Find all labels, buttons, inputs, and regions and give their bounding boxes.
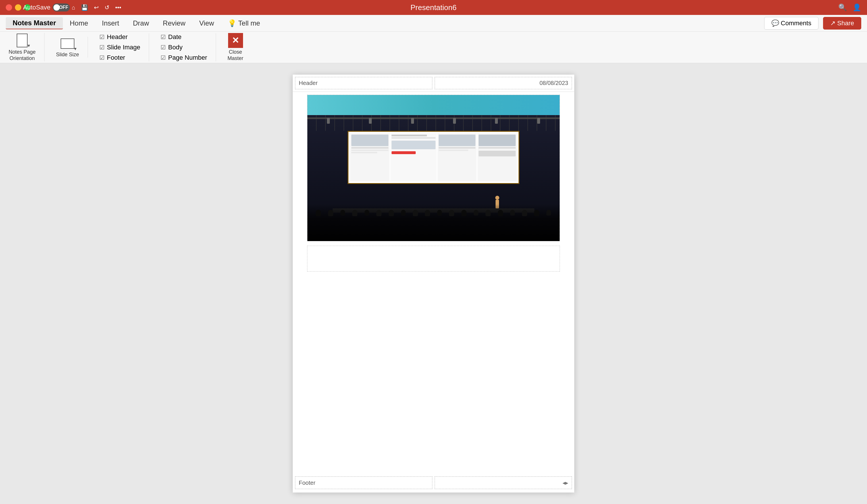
checkbox-date[interactable]: ☑ Date (161, 33, 207, 41)
tell-me[interactable]: 💡 Tell me (221, 18, 267, 29)
checkbox-page-number[interactable]: ☑ Page Number (161, 54, 207, 62)
date-checkbox-icon: ☑ (161, 34, 166, 41)
toolbar: ▼ Notes PageOrientation ▼ Slide Size ☑ H… (0, 32, 867, 63)
checkbox-footer[interactable]: ☑ Footer (99, 54, 140, 62)
comments-button[interactable]: 💬 Comments (764, 17, 818, 30)
slide-size-button[interactable]: ▼ Slide Size (56, 37, 79, 58)
slide-teal-header (307, 95, 560, 115)
page-number-checkbox-icon: ☑ (161, 54, 166, 61)
comment-icon: 💬 (771, 20, 781, 27)
slide-size-icon-wrapper: ▼ (59, 37, 76, 51)
autosave-label: AutoSave (23, 4, 50, 11)
lightbulb-icon: 💡 (228, 19, 236, 27)
notes-page-orientation-button[interactable]: ▼ Notes PageOrientation (9, 33, 36, 62)
body-checkbox-icon: ☑ (161, 44, 166, 51)
tab-review[interactable]: Review (156, 18, 192, 29)
footer-left-field[interactable]: Footer (295, 476, 432, 489)
orientation-dropdown-arrow: ▼ (27, 43, 31, 48)
checkbox-group-1: ☑ Header ☑ Slide Image ☑ Footer (99, 33, 140, 62)
tab-draw[interactable]: Draw (126, 18, 156, 29)
redo-icon[interactable]: ↺ (105, 4, 109, 11)
orientation-label: Notes PageOrientation (9, 49, 36, 62)
menubar-right: 💬 Comments ↗ Share (764, 17, 861, 30)
toolbar-group-checkboxes-2: ☑ Date ☑ Body ☑ Page Number (161, 33, 216, 62)
autosave-control: AutoSave OFF (23, 3, 70, 11)
slide-image-area[interactable] (293, 92, 574, 241)
toolbar-group-orientation: ▼ Notes PageOrientation (9, 33, 44, 62)
account-icon[interactable]: 👤 (853, 3, 861, 11)
checkbox-group-2: ☑ Date ☑ Body ☑ Page Number (161, 33, 207, 62)
titlebar-nav: ⌂ 💾 ↩ ↺ ••• (72, 4, 121, 11)
home-icon[interactable]: ⌂ (72, 4, 75, 11)
tab-view[interactable]: View (192, 18, 221, 29)
tab-home[interactable]: Home (63, 18, 95, 29)
notes-page: Header 08/08/2023 (293, 75, 574, 493)
checkbox-header[interactable]: ☑ Header (99, 33, 140, 41)
close-master-icon: ✕ (228, 33, 243, 48)
toolbar-group-checkboxes-1: ☑ Header ☑ Slide Image ☑ Footer (99, 33, 149, 62)
header-row: Header 08/08/2023 (293, 75, 574, 92)
share-icon: ↗ (830, 20, 837, 27)
orientation-icon (17, 34, 28, 47)
slide-photo (307, 115, 560, 241)
footer-row: Footer ◂▸ (293, 475, 574, 493)
toolbar-group-slide-size: ▼ Slide Size (56, 37, 88, 58)
toolbar-group-close-master: ✕ CloseMaster (227, 33, 252, 62)
autosave-toggle[interactable]: OFF (53, 3, 70, 11)
minimize-window-button[interactable] (15, 4, 21, 11)
close-master-label: CloseMaster (227, 49, 243, 62)
slide-size-dropdown-arrow: ▼ (73, 46, 77, 51)
share-button[interactable]: ↗ Share (823, 17, 861, 30)
header-right-date[interactable]: 08/08/2023 (435, 77, 572, 89)
titlebar: AutoSave OFF ⌂ 💾 ↩ ↺ ••• Presentation6 🔍… (0, 0, 867, 15)
titlebar-right-icons: 🔍 👤 (838, 3, 861, 11)
slide-size-label: Slide Size (56, 52, 79, 58)
toggle-off-label: OFF (59, 5, 68, 10)
tab-notes-master[interactable]: Notes Master (6, 17, 63, 29)
checkbox-slide-image[interactable]: ☑ Slide Image (99, 44, 140, 51)
more-icon[interactable]: ••• (115, 4, 121, 11)
checkbox-body[interactable]: ☑ Body (161, 44, 207, 51)
save-icon[interactable]: 💾 (81, 4, 88, 11)
slide-size-icon (61, 39, 74, 49)
menubar: Notes Master Home Insert Draw Review Vie… (0, 15, 867, 32)
canvas-area[interactable]: Header 08/08/2023 (0, 63, 867, 504)
header-left-field[interactable]: Header (295, 77, 432, 89)
header-checkbox-icon: ☑ (99, 34, 105, 41)
close-master-button[interactable]: ✕ CloseMaster (227, 33, 243, 62)
footer-right-pagenumber[interactable]: ◂▸ (435, 476, 572, 489)
close-window-button[interactable] (6, 4, 12, 11)
orientation-icon-wrapper: ▼ (13, 33, 31, 48)
search-icon[interactable]: 🔍 (838, 3, 847, 11)
tab-insert[interactable]: Insert (95, 18, 126, 29)
body-text-area[interactable] (307, 246, 560, 272)
undo-icon[interactable]: ↩ (94, 4, 99, 11)
window-title: Presentation6 (410, 3, 457, 12)
footer-checkbox-icon: ☑ (99, 54, 105, 61)
slide-image-checkbox-icon: ☑ (99, 44, 105, 51)
